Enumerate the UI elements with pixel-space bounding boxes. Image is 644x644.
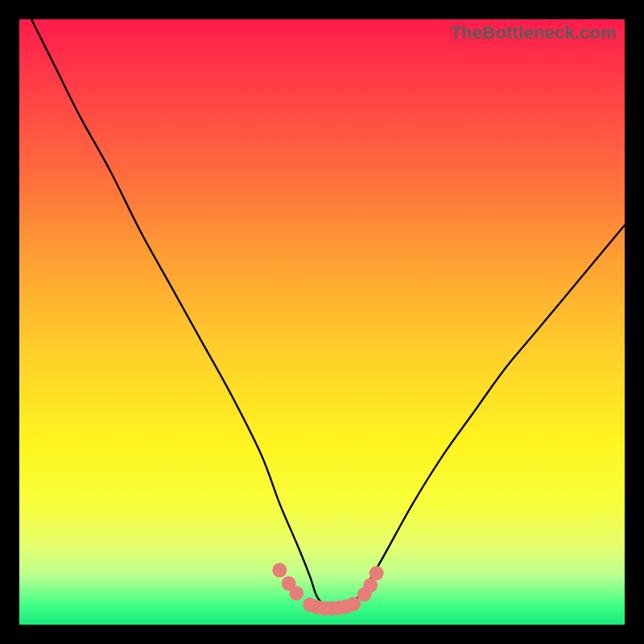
marker-dot [324, 601, 339, 616]
watermark-label: TheBottleneck.com [451, 23, 617, 43]
marker-dot [346, 597, 361, 611]
marker-dot [317, 601, 332, 616]
marker-dot [332, 601, 346, 615]
marker-dot [303, 597, 317, 612]
marker-dot [289, 586, 303, 601]
bottleneck-curve [31, 19, 625, 609]
marker-dot [339, 599, 353, 613]
chart-plot-area: TheBottleneck.com [19, 19, 625, 625]
marker-dot [369, 566, 384, 580]
marker-dot [282, 576, 296, 591]
chart-frame: TheBottleneck.com [0, 0, 644, 644]
bottleneck-chart-svg [19, 19, 625, 625]
chart-markers [272, 563, 383, 615]
marker-dot [357, 587, 372, 601]
marker-dot [310, 600, 324, 614]
marker-dot [363, 578, 378, 592]
marker-dot [272, 563, 287, 577]
